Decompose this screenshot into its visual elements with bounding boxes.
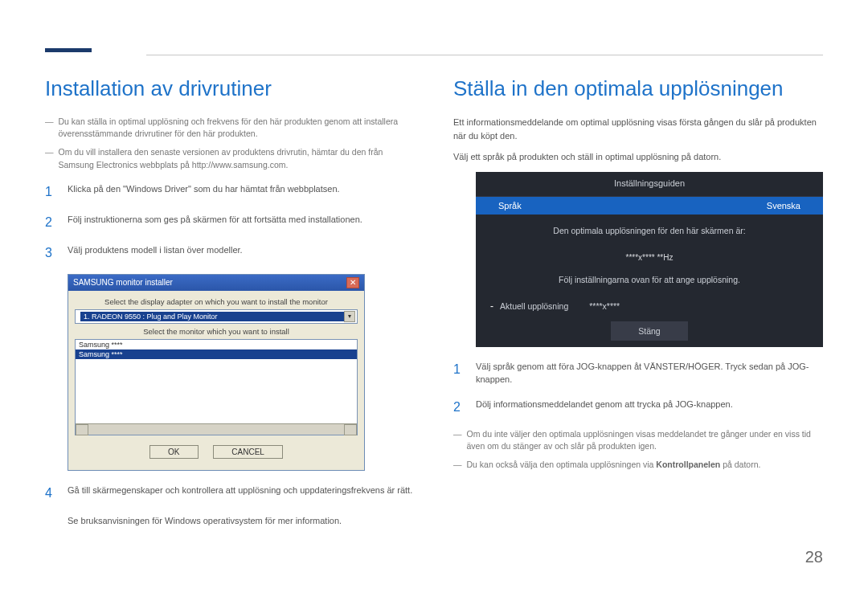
osd-lang-value: Svenska [767, 201, 800, 210]
osd-current-value: ****x**** [589, 301, 620, 311]
ok-button[interactable]: OK [149, 445, 198, 459]
step-text: Välj språk genom att föra JOG-knappen åt… [476, 360, 823, 386]
osd-title: Inställningsguiden [476, 172, 823, 197]
note-text: Om du inte väljer den optimala upplösnin… [467, 428, 824, 452]
heading-left: Installation av drivrutiner [45, 76, 415, 101]
note-item: ― Du kan ställa in optimal upplösning oc… [45, 116, 415, 140]
chapter-mark [45, 48, 92, 52]
osd-close-wrap: Stäng [476, 321, 823, 341]
note-text: Du kan också välja den optimala upplösni… [467, 459, 761, 471]
footnote-text: Se bruksanvisningen för Windows operativ… [68, 514, 415, 528]
dash-icon: ― [453, 428, 462, 452]
installer-label: Select the monitor which you want to ins… [75, 327, 358, 336]
step-1: 1 Välj språk genom att föra JOG-knappen … [453, 360, 823, 386]
step-number: 2 [453, 398, 465, 417]
intro-text: Ett informationsmeddelande om optimal up… [453, 116, 823, 142]
osd-follow-text: Följ inställningarna ovan för att ange u… [476, 273, 823, 296]
step-text: Välj produktens modell i listan över mod… [68, 243, 243, 263]
note-text: Om du vill installera den senaste versio… [59, 146, 416, 170]
step-text: Dölj informationsmeddelandet genom att t… [476, 398, 733, 417]
osd-resolution: ****x**** **Hz [476, 247, 823, 273]
installer-body: Select the display adapter on which you … [68, 291, 364, 470]
installer-titlebar: SAMSUNG monitor installer ✕ [68, 275, 364, 291]
note-item: ― Om du inte väljer den optimala upplösn… [453, 428, 823, 452]
osd-current-label: Aktuell upplösning [500, 301, 568, 311]
step-number: 4 [45, 484, 56, 503]
osd-close-button[interactable]: Stäng [611, 321, 687, 341]
step-text: Gå till skärmegenskaper och kontrollera … [68, 484, 412, 503]
column-left: Installation av drivrutiner ― Du kan stä… [45, 76, 415, 527]
step-text: Följ instruktionerna som ges på skärmen … [68, 213, 362, 232]
installer-buttons: OK CANCEL [75, 440, 358, 464]
close-icon[interactable]: ✕ [346, 277, 359, 288]
installer-dialog: SAMSUNG monitor installer ✕ Select the d… [68, 274, 365, 471]
header-rule [45, 48, 823, 55]
adapter-select-value: 1. RADEON 9550 : Plug and Play Monitor [80, 312, 344, 321]
note-item: ― Du kan också välja den optimala upplös… [453, 459, 823, 471]
adapter-select[interactable]: 1. RADEON 9550 : Plug and Play Monitor ▾ [75, 309, 358, 324]
step-3: 3 Välj produktens modell i listan över m… [45, 243, 415, 263]
list-item-selected[interactable]: Samsung **** [76, 349, 357, 359]
installer-label: Select the display adapter on which you … [75, 297, 358, 306]
note-segment: Du kan också välja den optimala upplösni… [467, 460, 657, 469]
osd-panel: Inställningsguiden Språk Svenska Den opt… [476, 172, 823, 347]
note-segment: på datorn. [720, 460, 760, 469]
note-item: ― Om du vill installera den senaste vers… [45, 146, 415, 170]
step-number: 3 [45, 243, 56, 263]
note-bold: Kontrollpanelen [656, 460, 720, 469]
osd-optimal-text: Den optimala upplösningen för den här sk… [476, 215, 823, 247]
step-number: 1 [453, 360, 465, 386]
monitor-list[interactable]: Samsung **** Samsung **** [75, 339, 358, 435]
page-number: 28 [805, 548, 823, 566]
osd-current-row: - Aktuell upplösning ****x**** [476, 296, 823, 321]
heading-right: Ställa in den optimala upplösningen [453, 76, 823, 101]
dash-icon: ― [45, 116, 54, 140]
note-text: Du kan ställa in optimal upplösning och … [59, 116, 416, 140]
step-number: 1 [45, 182, 56, 202]
step-2: 2 Dölj informationsmeddelandet genom att… [453, 398, 823, 417]
cancel-button[interactable]: CANCEL [213, 445, 283, 459]
page-root: Installation av drivrutiner ― Du kan stä… [0, 0, 868, 559]
step-4: 4 Gå till skärmegenskaper och kontroller… [45, 484, 415, 503]
step-1: 1 Klicka på den "Windows Driver" som du … [45, 182, 415, 202]
dash-icon: ― [453, 459, 462, 471]
intro-text: Välj ett språk på produkten och ställ in… [453, 150, 823, 164]
list-item[interactable]: Samsung **** [76, 340, 357, 349]
step-text: Klicka på den "Windows Driver" som du ha… [68, 182, 340, 202]
bullet-icon: - [490, 300, 493, 312]
scrollbar-horizontal[interactable] [76, 423, 357, 435]
dash-icon: ― [45, 146, 54, 170]
two-column-layout: Installation av drivrutiner ― Du kan stä… [45, 76, 823, 527]
osd-language-row[interactable]: Språk Svenska [476, 197, 823, 215]
step-2: 2 Följ instruktionerna som ges på skärme… [45, 213, 415, 232]
column-right: Ställa in den optimala upplösningen Ett … [453, 76, 823, 527]
horizontal-rule [146, 55, 823, 55]
step-number: 2 [45, 213, 56, 232]
installer-title: SAMSUNG monitor installer [73, 278, 173, 287]
osd-lang-label: Språk [498, 201, 522, 210]
chevron-down-icon[interactable]: ▾ [344, 311, 355, 322]
